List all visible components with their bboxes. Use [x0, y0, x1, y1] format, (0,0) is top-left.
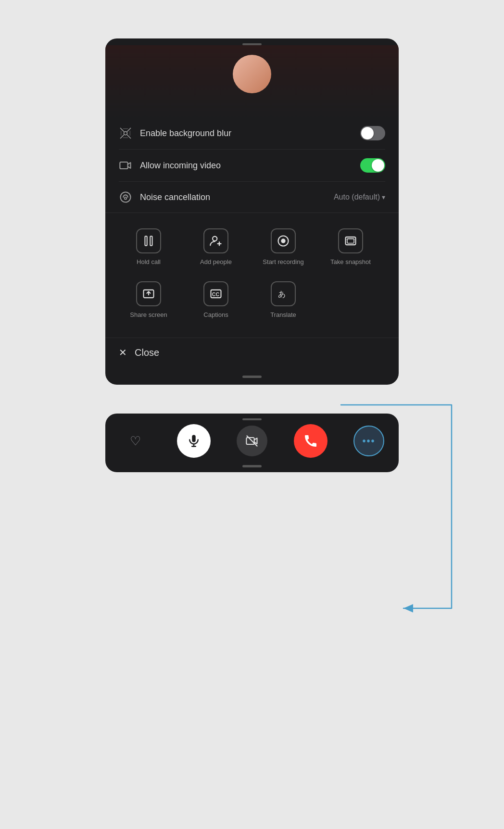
chevron-down-icon: ▾ — [382, 193, 385, 201]
take-snapshot-label: Take snapshot — [330, 258, 371, 266]
toggle-knob — [361, 127, 374, 139]
start-recording-label: Start recording — [263, 258, 303, 266]
background-blur-row: Enable background blur — [119, 117, 385, 150]
video-button[interactable] — [237, 426, 267, 456]
hold-call-button[interactable]: Hold call — [115, 223, 182, 272]
video-camera-icon — [119, 159, 132, 172]
noise-cancellation-row: Noise cancellation Auto (default) ▾ — [119, 182, 385, 213]
mic-button[interactable] — [177, 424, 211, 458]
call-bar-handle — [242, 418, 262, 420]
take-snapshot-icon-box — [338, 228, 363, 253]
call-bar: ♡ ••• — [105, 414, 399, 472]
incoming-video-label: Allow incoming video — [140, 161, 360, 171]
heart-icon: ♡ — [130, 434, 141, 449]
start-recording-button[interactable]: Start recording — [250, 223, 317, 272]
more-button[interactable]: ••• — [353, 426, 384, 456]
avatar — [233, 55, 271, 93]
captions-button[interactable]: CC Captions — [182, 276, 250, 325]
captions-icon-box: CC — [203, 281, 228, 306]
favorite-button[interactable]: ♡ — [120, 426, 151, 456]
app-container: Enable background blur Allow incoming vi… — [105, 38, 399, 472]
menu-sheet: Enable background blur Allow incoming vi… — [105, 38, 399, 385]
background-blur-toggle[interactable] — [360, 126, 385, 140]
close-section: ✕ Close — [105, 338, 399, 370]
add-person-icon — [209, 234, 223, 248]
actions-row-2: Share screen CC Captions — [115, 276, 389, 325]
svg-rect-5 — [145, 236, 147, 246]
svg-point-1 — [124, 132, 127, 135]
camera-svg — [119, 159, 132, 172]
toggle-knob-video — [372, 159, 384, 172]
share-screen-label: Share screen — [130, 311, 167, 319]
hold-call-label: Hold call — [137, 258, 161, 266]
take-snapshot-button[interactable]: Take snapshot — [317, 223, 384, 272]
snapshot-icon — [344, 234, 357, 248]
svg-rect-16 — [192, 435, 196, 442]
noise-cancellation-value[interactable]: Auto (default) ▾ — [334, 193, 385, 201]
close-x-icon: ✕ — [119, 347, 127, 358]
end-call-button[interactable] — [294, 424, 328, 458]
translate-button[interactable]: あ Translate — [250, 276, 317, 325]
settings-section: Enable background blur Allow incoming vi… — [105, 117, 399, 213]
add-people-icon-box — [203, 228, 228, 253]
close-button[interactable]: ✕ Close — [119, 347, 385, 358]
call-bar-bottom-handle — [242, 465, 262, 467]
add-people-label: Add people — [200, 258, 232, 266]
record-icon — [277, 234, 290, 248]
captions-icon: CC — [209, 287, 223, 301]
svg-point-4 — [125, 197, 127, 200]
background-blur-icon — [119, 126, 132, 140]
svg-text:CC: CC — [212, 291, 220, 297]
svg-text:あ: あ — [278, 290, 286, 298]
hold-call-icon-box — [136, 228, 161, 253]
noise-cancellation-icon — [119, 190, 132, 204]
translate-label: Translate — [270, 311, 296, 319]
incoming-video-toggle[interactable] — [360, 158, 385, 173]
svg-rect-6 — [150, 236, 152, 246]
mic-icon — [187, 434, 201, 448]
noise-value-text: Auto (default) — [334, 193, 380, 201]
actions-section: Hold call Add people — [105, 213, 399, 338]
end-call-icon — [303, 433, 318, 449]
more-dots-icon: ••• — [362, 436, 375, 447]
start-recording-icon-box — [271, 228, 296, 253]
noise-cancellation-label: Noise cancellation — [140, 192, 334, 202]
captions-label: Captions — [203, 311, 228, 319]
blur-svg-icon — [119, 126, 132, 140]
background-blur-label: Enable background blur — [140, 128, 360, 138]
avatar-area — [105, 45, 399, 117]
svg-point-9 — [281, 239, 285, 243]
translate-icon: あ — [277, 287, 290, 301]
noise-svg — [119, 190, 132, 204]
translate-icon-box: あ — [271, 281, 296, 306]
share-screen-icon-box — [136, 281, 161, 306]
incoming-video-row: Allow incoming video — [119, 150, 385, 182]
video-off-icon — [245, 434, 259, 448]
add-people-button[interactable]: Add people — [182, 223, 250, 272]
share-screen-button[interactable]: Share screen — [115, 276, 182, 325]
share-screen-icon — [142, 287, 155, 301]
svg-rect-2 — [120, 162, 127, 169]
pause-icon — [142, 235, 155, 247]
menu-bottom-spacer — [105, 378, 399, 385]
actions-row-1: Hold call Add people — [115, 223, 389, 272]
svg-point-7 — [213, 237, 217, 241]
close-label: Close — [135, 347, 159, 358]
